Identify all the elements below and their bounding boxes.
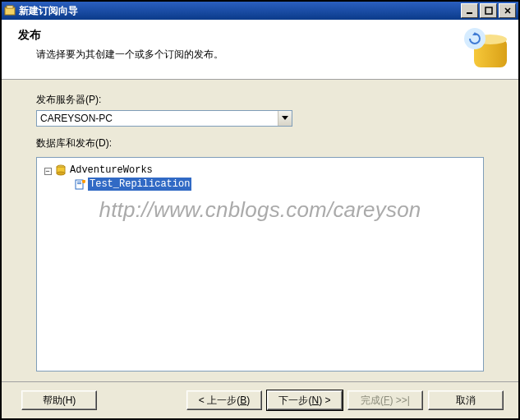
publisher-value: CAREYSON-PC (37, 111, 278, 126)
publication-icon (75, 178, 86, 191)
back-button-label: < 上一步(B) (199, 394, 250, 408)
svg-rect-11 (77, 183, 81, 184)
app-icon (4, 5, 16, 16)
cancel-button-label: 取消 (456, 394, 476, 408)
page-title: 发布 (18, 28, 458, 43)
publisher-combobox[interactable]: CAREYSON-PC (36, 110, 292, 127)
wizard-footer: 帮助(H) < 上一步(B) 下一步(N) > 完成(F) >>| 取消 (2, 381, 518, 418)
database-icon (55, 164, 67, 177)
next-button-label: 下一步(N) > (278, 394, 330, 408)
back-button[interactable]: < 上一步(B) (186, 390, 262, 410)
tree-node-database[interactable]: − AdventureWorks (40, 164, 480, 177)
maximize-button[interactable] (480, 3, 497, 18)
tree-node-publication[interactable]: Test_Repilication (60, 178, 480, 191)
svg-rect-10 (77, 182, 81, 182)
next-button[interactable]: 下一步(N) > (267, 390, 343, 410)
chevron-down-icon[interactable] (278, 111, 292, 126)
tree-node-label: Test_Repilication (88, 178, 191, 191)
help-button-label: 帮助(H) (43, 394, 76, 408)
wizard-header: 发布 请选择要为其创建一个或多个订阅的发布。 (2, 20, 518, 80)
minimize-button[interactable] (461, 3, 478, 18)
help-button[interactable]: 帮助(H) (21, 390, 97, 410)
svg-rect-1 (7, 6, 13, 8)
finish-button: 完成(F) >>| (347, 390, 423, 410)
wizard-body: 发布服务器(P): CAREYSON-PC 数据库和发布(D): − Adven… (2, 80, 518, 381)
db-pub-label: 数据库和发布(D): (36, 136, 484, 150)
page-subtitle: 请选择要为其创建一个或多个订阅的发布。 (36, 48, 458, 62)
svg-rect-9 (76, 180, 83, 189)
titlebar: 新建订阅向导 (2, 2, 518, 20)
tree-node-label: AdventureWorks (68, 164, 154, 177)
window-title: 新建订阅向导 (19, 4, 459, 18)
svg-rect-2 (467, 12, 472, 14)
publisher-label: 发布服务器(P): (36, 93, 484, 107)
close-button[interactable] (499, 3, 516, 18)
svg-point-8 (57, 172, 65, 175)
collapse-icon[interactable]: − (44, 168, 52, 175)
db-pub-tree[interactable]: − AdventureWorks Test_Repilication http:… (36, 157, 484, 372)
svg-rect-3 (485, 7, 492, 14)
watermark-text: http://www.cnblogs.com/careyson (37, 197, 483, 223)
cancel-button[interactable]: 取消 (428, 390, 504, 410)
finish-button-label: 完成(F) >>| (361, 394, 410, 408)
wizard-hero-icon (464, 28, 507, 71)
